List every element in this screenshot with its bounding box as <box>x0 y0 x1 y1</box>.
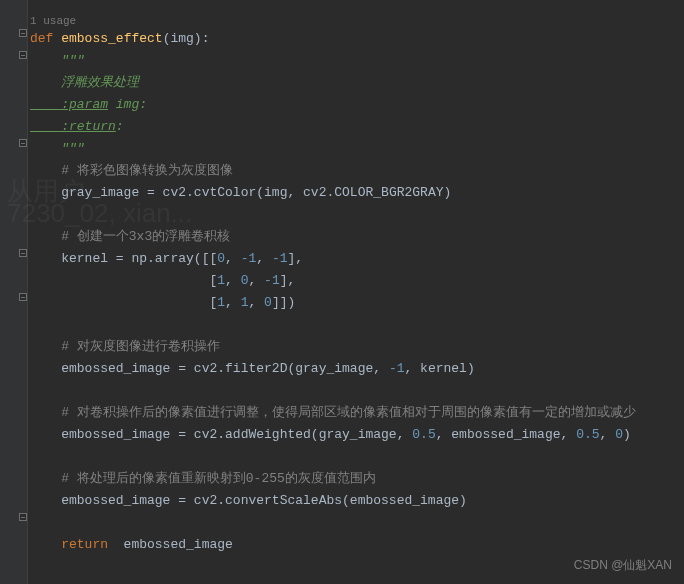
watermark: CSDN @仙魁XAN <box>574 554 672 576</box>
code-line: cv2.COLOR_BGR2GRAY) <box>303 185 451 200</box>
number: -1 <box>272 251 288 266</box>
sep: , <box>561 427 577 442</box>
docstring-desc: 浮雕效果处理 <box>30 75 139 90</box>
bracket: [ <box>30 295 217 310</box>
sep: , <box>404 361 420 376</box>
sep: , <box>373 361 389 376</box>
params: (img): <box>163 31 210 46</box>
docstring-open: """ <box>30 53 85 68</box>
code-line: embossed_image = cv2.addWeighted(gray_im… <box>30 427 397 442</box>
sep: , <box>248 273 264 288</box>
comment: # 将处理后的像素值重新映射到0-255的灰度值范围内 <box>30 471 376 486</box>
code-line: embossed_image = cv2.convertScaleAbs(emb… <box>30 493 467 508</box>
code-line: embossed_image <box>451 427 560 442</box>
sep: , <box>397 427 413 442</box>
sep: , <box>256 251 272 266</box>
code-line: kernel = np.array([[ <box>30 251 217 266</box>
keyword-def: def <box>30 31 61 46</box>
sep: , <box>287 185 303 200</box>
keyword-return: return <box>30 537 108 552</box>
code-line: kernel) <box>420 361 475 376</box>
docstring-param: img: <box>108 97 147 112</box>
bracket: ], <box>287 251 303 266</box>
comment: # 创建一个3x3的浮雕卷积核 <box>30 229 230 244</box>
function-name: emboss_effect <box>61 31 162 46</box>
number: 1 <box>217 295 225 310</box>
fold-marker[interactable] <box>19 249 27 257</box>
number: 0.5 <box>576 427 599 442</box>
number: 1 <box>217 273 225 288</box>
number: 0 <box>264 295 272 310</box>
fold-marker[interactable] <box>19 513 27 521</box>
docstring-return-tag: :return <box>30 119 116 134</box>
code-editor[interactable]: def emboss_effect(img): """ 浮雕效果处理 :para… <box>30 28 636 556</box>
number: -1 <box>389 361 405 376</box>
sep: , <box>225 251 241 266</box>
bracket: [ <box>30 273 217 288</box>
number: -1 <box>241 251 257 266</box>
paren: ) <box>623 427 631 442</box>
sep: , <box>225 273 241 288</box>
sep: , <box>436 427 452 442</box>
sep: , <box>225 295 241 310</box>
code-line: gray_image = cv2.cvtColor(img <box>30 185 287 200</box>
return-value: embossed_image <box>108 537 233 552</box>
number: -1 <box>264 273 280 288</box>
comment: # 将彩色图像转换为灰度图像 <box>30 163 233 178</box>
fold-marker[interactable] <box>19 139 27 147</box>
fold-marker[interactable] <box>19 51 27 59</box>
gutter <box>0 0 28 584</box>
docstring-close: """ <box>30 141 85 156</box>
number: 0 <box>615 427 623 442</box>
code-line: embossed_image = cv2.filter2D(gray_image <box>30 361 373 376</box>
comment: # 对卷积操作后的像素值进行调整，使得局部区域的像素值相对于周围的像素值有一定的… <box>30 405 636 420</box>
sep: , <box>600 427 616 442</box>
docstring-return: : <box>116 119 124 134</box>
sep: , <box>248 295 264 310</box>
bracket: ], <box>280 273 296 288</box>
bracket: ]]) <box>272 295 295 310</box>
fold-marker[interactable] <box>19 293 27 301</box>
comment: # 对灰度图像进行卷积操作 <box>30 339 220 354</box>
number: 0 <box>217 251 225 266</box>
fold-marker[interactable] <box>19 29 27 37</box>
number: 0.5 <box>412 427 435 442</box>
docstring-param-tag: :param <box>30 97 108 112</box>
